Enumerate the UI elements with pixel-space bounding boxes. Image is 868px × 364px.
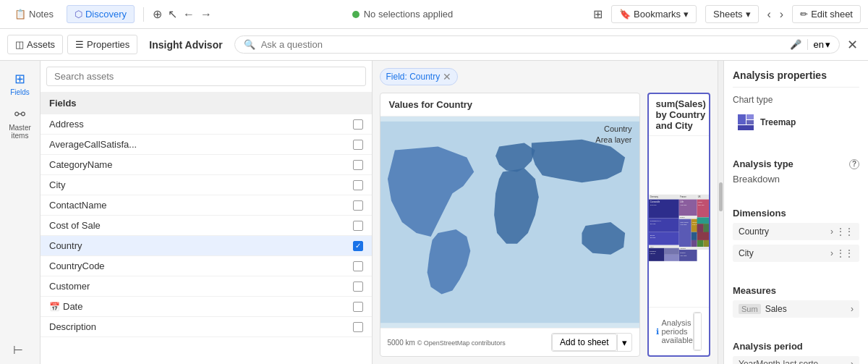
field-item[interactable]: AverageCallSatisfa... [41,135,372,155]
field-checkbox[interactable] [353,322,363,332]
properties-icon: ☰ [75,39,84,50]
fields-label: Fields [10,88,30,96]
dimension-city[interactable]: City › ⋮⋮ [733,245,859,262]
lasso-icon[interactable]: ⊕ [153,7,162,21]
filter-tag-close-button[interactable]: ✕ [443,71,451,82]
field-item[interactable]: Description [41,317,372,337]
measure-chevron[interactable]: › [851,304,854,314]
collapse-panel-button[interactable]: ⊢ [13,343,23,357]
prev-sheet-icon[interactable]: ‹ [767,8,771,21]
svg-text:157.65k: 157.65k [680,255,687,257]
back-icon[interactable]: ← [183,8,195,21]
map-footer: 5000 km © OpenStreetMap contributors Add… [380,328,639,356]
filter-bar: Field: Country ✕ [380,68,711,85]
field-checkbox[interactable]: ✓ [353,241,363,251]
svg-text:Frankfurt a.M.: Frankfurt a.M. [650,220,661,222]
field-item[interactable]: Customer [41,276,372,297]
properties-label: Properties [87,39,129,50]
field-item[interactable]: CategoryName [41,155,372,175]
notes-icon: 📋 [14,9,26,20]
field-item[interactable]: 📅Date [41,297,372,317]
field-item[interactable]: Country✓ [41,236,372,256]
measure-agg-label: Sum [739,304,761,314]
edit-sheet-label: Edit sheet [811,9,853,20]
field-checkbox[interactable] [353,282,363,292]
map-add-dropdown-button[interactable]: ▾ [617,334,631,351]
field-checkbox[interactable] [353,180,363,190]
properties-button[interactable]: ☰ Properties [67,35,137,54]
measure-name-label: Sales [765,304,846,314]
field-item[interactable]: CountryCode [41,256,372,276]
map-scale: 5000 km © OpenStreetMap contributors [388,339,506,347]
tab-notes[interactable]: 📋 Notes [7,6,61,22]
analysis-type-help-icon[interactable]: ? [849,159,859,169]
master-items-icon: ⚯ [14,106,25,122]
edit-sheet-button[interactable]: ✏ Edit sheet [792,5,861,23]
treemap-card: sum(Sales) by Country and City ⤢ ⋯ Germa… [647,93,711,357]
search-assets-input[interactable] [46,67,366,86]
dimension-country-dots[interactable]: ⋮⋮ [836,227,854,237]
analysis-period-value[interactable]: YearMonth-last sorte... › [733,356,859,364]
microphone-icon[interactable]: 🎤 [790,39,801,50]
treemap-card-actions: ⤢ ⋯ [706,108,710,122]
pointer-icon[interactable]: ↖ [168,7,177,21]
scroll-thumb[interactable] [719,182,723,211]
svg-text:110.05k: 110.05k [680,224,687,226]
filter-tag-country[interactable]: Field: Country ✕ [380,68,459,85]
measure-sales[interactable]: Sum Sales › [733,300,859,318]
dimension-city-dots[interactable]: ⋮⋮ [836,248,854,258]
bookmarks-button[interactable]: 🔖 Bookmarks ▾ [611,5,697,23]
field-checkbox[interactable] [353,221,363,231]
next-sheet-icon[interactable]: › [780,8,783,21]
field-item[interactable]: Address [41,114,372,135]
treemap-add-to-sheet-button[interactable]: Add to sheet [694,313,702,350]
map-content: Country Area layer [380,117,639,328]
grid-icon[interactable]: ⊞ [593,7,603,21]
field-checkbox[interactable] [353,119,363,130]
sheets-button[interactable]: Sheets ▾ [705,5,758,23]
field-checkbox[interactable] [353,200,363,211]
measures-header: Measures [733,285,859,296]
dimension-city-chevron[interactable]: › [830,248,833,258]
treemap-icon [736,112,756,132]
lang-label: en [814,39,824,50]
search-bar[interactable]: 🔍 🎤 en ▾ [234,35,840,54]
calendar-icon: 📅 [49,302,60,312]
dimension-country-chevron[interactable]: › [830,227,833,237]
field-item[interactable]: ContactName [41,195,372,216]
map-add-to-sheet-button[interactable]: Add to sheet [552,334,616,351]
treemap-analysis-periods: ℹ Analysis periods available [656,318,693,344]
language-select[interactable]: en ▾ [807,39,830,50]
svg-rect-50 [738,114,746,124]
field-checkbox[interactable] [353,140,363,150]
treemap-footer: ℹ Analysis periods available Add to shee… [649,307,710,355]
map-overlay-label: Country Area layer [595,124,631,146]
dimension-country-label: Country [739,227,769,237]
analysis-type-value: Breakdown [733,174,859,185]
bookmark-icon: 🔖 [619,9,631,20]
search-input[interactable] [261,39,784,50]
bookmarks-label: Bookmarks [634,9,681,20]
tab-discovery[interactable]: ⬡ Discovery [67,5,135,23]
svg-text:182.14k: 182.14k [697,204,705,206]
field-checkbox[interactable] [353,261,363,271]
forward-icon[interactable]: → [200,8,212,21]
field-item[interactable]: City [41,175,372,195]
treemap-expand-button[interactable]: ⤢ [706,108,710,122]
svg-text:São Paulo: São Paulo [680,221,689,224]
right-panel-title: Analysis properties [733,69,859,88]
close-insight-button[interactable]: ✕ [844,34,861,56]
discovery-icon: ⬡ [75,9,82,20]
sidebar-item-master-items[interactable]: ⚯ Master items [2,102,38,144]
insight-advisor-label: Insight Advisor [149,39,222,51]
dimension-country[interactable]: Country › ⋮⋮ [733,223,859,240]
charts-row: Values for Country [380,93,711,357]
field-item[interactable]: Cost of Sale [41,216,372,236]
map-add-to-sheet-group: Add to sheet ▾ [551,333,631,352]
sidebar-item-fields[interactable]: ⊞ Fields [2,67,38,101]
assets-button[interactable]: ◫ Assets [7,35,63,54]
field-checkbox[interactable] [353,302,363,312]
dimension-city-actions: › ⋮⋮ [830,248,854,258]
center-area: Field: Country ✕ Values for Country [373,61,718,364]
field-checkbox[interactable] [353,160,363,170]
